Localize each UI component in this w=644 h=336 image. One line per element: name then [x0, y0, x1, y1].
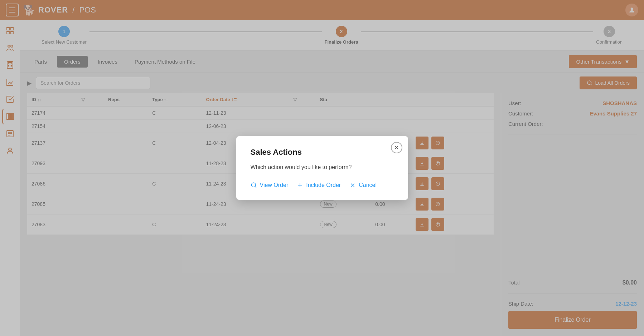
svg-line-38	[255, 186, 256, 187]
modal-title: Sales Actions	[251, 148, 394, 157]
sales-actions-modal: ✕ Sales Actions Which action would you l…	[236, 136, 408, 200]
include-order-button[interactable]: Include Order	[297, 182, 341, 188]
view-order-button[interactable]: View Order	[251, 182, 289, 188]
include-order-label: Include Order	[306, 182, 341, 188]
view-order-label: View Order	[260, 182, 289, 188]
modal-actions: View Order Include Order Cancel	[251, 182, 394, 188]
modal-question: Which action would you like to perform?	[251, 164, 394, 171]
modal-overlay: ✕ Sales Actions Which action would you l…	[0, 0, 644, 336]
modal-close-button[interactable]: ✕	[391, 142, 402, 153]
cancel-label: Cancel	[359, 182, 377, 188]
svg-point-37	[251, 183, 256, 187]
modal-cancel-button[interactable]: Cancel	[349, 182, 377, 188]
